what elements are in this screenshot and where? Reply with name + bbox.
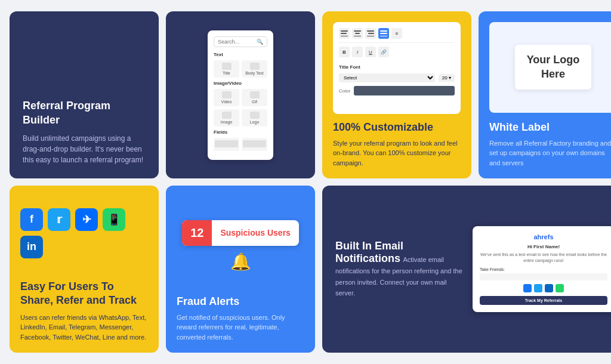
video-item[interactable]: Video [214, 89, 239, 106]
align-center-btn[interactable] [352, 28, 363, 39]
share-desc: Users can refer friends via WhatsApp, Te… [20, 313, 148, 343]
referral-desc: Build unlimited campaigns using a drag-a… [23, 133, 146, 165]
align-justify-btn[interactable] [378, 28, 389, 39]
search-icon: 🔍 [257, 39, 263, 45]
media-row-2: Image Logo [214, 109, 267, 127]
image-section-label: Image/Video [214, 81, 267, 86]
email-li-icon [545, 284, 553, 292]
align-left-btn[interactable] [339, 28, 350, 39]
logo-item[interactable]: Logo [242, 109, 267, 127]
body-text-item[interactable]: Body Text [242, 60, 267, 78]
logo-box: Your Logo Here [515, 45, 592, 90]
email-headline: Hi First Name! [480, 244, 607, 249]
referral-builder-card: Referral Program Builder Build unlimited… [10, 11, 159, 178]
text-format-toolbar: B I U 🔗 [339, 47, 455, 61]
easy-share-card: f 𝕣 ✈ 📱 in Easy For Users To Share, Refe… [10, 186, 159, 353]
customizable-card: ≡ B I U 🔗 Title Font Select 20 ▾ [322, 11, 471, 178]
white-label-title: White Label [489, 121, 611, 134]
white-label-desc: Remove all Referral Factory branding and… [489, 138, 611, 168]
suspicious-users-badge: 12 Suspicious Users [182, 220, 299, 246]
email-tw-icon [534, 284, 542, 292]
media-row: Video Gif [214, 89, 267, 106]
white-label-card: Your Logo Here White Label Remove all Re… [479, 11, 611, 178]
facebook-icon: f [20, 208, 43, 231]
email-body-text: We've sent this as a test email to see h… [480, 252, 607, 264]
logo-line2: Here [541, 68, 565, 80]
email-input-preview [480, 273, 607, 280]
builder-ui-preview: 🔍 Text Title Body Text Image/Video Video [208, 30, 273, 160]
email-brand: ahrefs [480, 233, 607, 240]
bold-btn[interactable]: B [339, 47, 350, 57]
text-row: Title Body Text [214, 60, 267, 78]
text-section-label: Text [214, 52, 267, 57]
color-swatch[interactable] [354, 86, 455, 95]
twitter-icon: 𝕣 [48, 208, 70, 231]
fraud-title: Fraud Alerts [177, 295, 304, 308]
email-fb-icon [523, 284, 532, 292]
linkedin-icon: in [20, 236, 43, 258]
fraud-desc: Get notified of suspicious users. Only r… [177, 313, 304, 343]
image-item[interactable]: Image [214, 109, 239, 127]
track-referrals-btn[interactable]: Track My Referrals [480, 296, 607, 305]
logo-line1: Your Logo [527, 54, 580, 66]
share-title: Easy For Users To Share, Refer and Track [20, 280, 148, 308]
search-input[interactable] [218, 39, 257, 45]
bell-icon: 🔔 [230, 252, 251, 272]
suspicious-label: Suspicious Users [212, 222, 299, 243]
font-select[interactable]: Select [339, 73, 435, 82]
referral-title: Referral Program Builder [23, 99, 146, 127]
fields-row [214, 138, 267, 151]
whatsapp-icon: 📱 [103, 208, 125, 231]
email-title: Built In Email Notifications [335, 240, 403, 264]
fraud-alerts-card: 12 Suspicious Users 🔔 Fraud Alerts Get n… [166, 186, 315, 353]
fraud-preview: 12 Suspicious Users 🔔 [177, 196, 304, 295]
feature-grid: Referral Program Builder Build unlimited… [0, 2, 611, 362]
align-right-btn[interactable] [365, 28, 376, 39]
field-item-2[interactable] [242, 138, 267, 151]
email-preview: ahrefs Hi First Name! We've sent this as… [473, 226, 611, 312]
underline-btn[interactable]: U [365, 47, 376, 57]
field-item-1[interactable] [214, 138, 239, 151]
format-toolbar: ≡ [339, 28, 455, 43]
builder-search-bar[interactable]: 🔍 [214, 36, 267, 47]
logo-preview: Your Logo Here [489, 22, 611, 113]
suspicious-count: 12 [182, 220, 212, 246]
email-wa-icon [556, 284, 564, 292]
font-size-value: 20 [442, 75, 448, 81]
font-label: Title Font [339, 64, 360, 70]
builder-preview-card: 🔍 Text Title Body Text Image/Video Video [166, 11, 315, 178]
customize-title: 100% Customizable [333, 121, 461, 134]
social-icons-group: f 𝕣 ✈ 📱 in [20, 196, 148, 270]
italic-btn[interactable]: I [352, 47, 363, 57]
fields-section-label: Fields [214, 129, 267, 135]
more-format-btn[interactable]: ≡ [391, 28, 402, 39]
title-item[interactable]: Title [214, 60, 239, 78]
font-row: Title Font [339, 64, 455, 70]
email-label: Take Friends: [480, 267, 607, 272]
link-btn[interactable]: 🔗 [378, 47, 389, 57]
messenger-icon: ✈ [75, 208, 98, 231]
font-size-box[interactable]: 20 ▾ [439, 74, 455, 82]
font-select-row: Select 20 ▾ [339, 73, 455, 82]
customize-desc: Style your referral program to look and … [333, 138, 461, 168]
customize-preview: ≡ B I U 🔗 Title Font Select 20 ▾ [333, 22, 461, 114]
email-social-icons [480, 284, 607, 292]
gif-item[interactable]: Gif [242, 89, 267, 106]
color-label: Color [339, 88, 350, 94]
color-row: Color [339, 86, 455, 95]
email-notifications-card: Built In Email Notifications Activate em… [322, 186, 611, 353]
email-text-section: Built In Email Notifications Activate em… [335, 240, 463, 298]
